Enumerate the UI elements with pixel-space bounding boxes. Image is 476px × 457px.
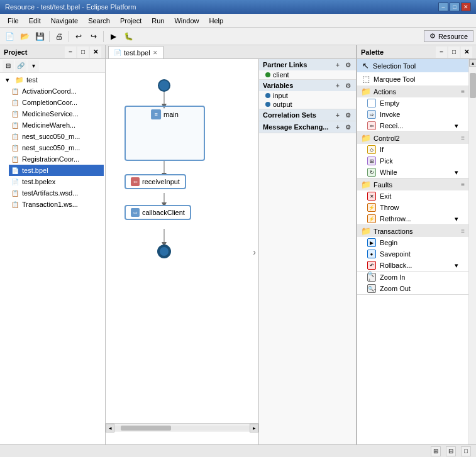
menu-run[interactable]: Run	[147, 16, 169, 26]
tree-item-transaction1[interactable]: 📋 Transaction1.ws...	[9, 199, 104, 210]
palette-item-rollback[interactable]: ↶ Rollback... ▾	[357, 260, 468, 271]
status-btn-2[interactable]: ⊟	[446, 446, 456, 456]
canvas-hscrollbar[interactable]: ◂ ▸	[106, 423, 258, 432]
message-exchanges-menu[interactable]: ⚙	[343, 123, 352, 131]
save-button[interactable]: 💾	[33, 30, 47, 43]
project-panel-close[interactable]: ✕	[90, 47, 101, 58]
undo-button[interactable]: ↩	[72, 30, 86, 43]
project-panel-minimize[interactable]: –	[65, 47, 76, 58]
status-btn-3[interactable]: □	[461, 446, 471, 456]
resource-perspective-button[interactable]: ⚙ Resource	[424, 30, 473, 42]
receive-input-box[interactable]: ⇦ receiveInput	[125, 174, 186, 189]
palette-maximize[interactable]: □	[448, 47, 460, 58]
minimize-button[interactable]: –	[438, 3, 448, 11]
palette-item-savepoint[interactable]: ● Savepoint	[357, 248, 468, 260]
tree-item-activation[interactable]: 📋 ActivationCoord...	[9, 85, 104, 97]
palette-item-zoom-in[interactable]: 🔍+ Zoom In	[357, 272, 468, 283]
editor-tab-testbpel[interactable]: 📄 test.bpel ✕	[108, 46, 163, 58]
main-scope[interactable]: ≡ main	[125, 106, 205, 161]
tree-item-root[interactable]: ▾ test	[1, 74, 104, 85]
menu-project[interactable]: Project	[115, 16, 147, 26]
status-btn-1[interactable]: ⊞	[431, 446, 441, 456]
variables-output[interactable]: output	[259, 100, 356, 109]
palette-item-zoom-out[interactable]: 🔍- Zoom Out	[357, 283, 468, 294]
tree-item-testartifacts[interactable]: 📋 testArtifacts.wsd...	[9, 187, 104, 199]
tree-item-nest2[interactable]: 📋 nest_succ050_m...	[9, 142, 104, 153]
project-panel-menu[interactable]: ▾	[28, 60, 39, 72]
hscroll-thumb[interactable]	[121, 426, 171, 431]
project-tree[interactable]: ▾ test 📋 ActivationCoord... 📋 Completion…	[0, 73, 105, 457]
variables-menu[interactable]: ⚙	[343, 81, 352, 90]
tree-item-medicineservice[interactable]: 📋 MedicineService...	[9, 108, 104, 119]
menu-file[interactable]: File	[3, 16, 24, 26]
palette-selection-tool[interactable]: ↖ Selection Tool	[357, 59, 468, 72]
receive-scroll-down[interactable]: ▾	[455, 122, 458, 130]
partner-links-add[interactable]: +	[333, 60, 342, 69]
palette-scroll-up[interactable]: ▴	[469, 59, 476, 67]
menu-window[interactable]: Window	[169, 16, 204, 26]
palette-item-pick[interactable]: ⊞ Pick	[357, 155, 468, 167]
palette-item-receive[interactable]: ⇦ Recei... ▾	[357, 120, 468, 131]
open-button[interactable]: 📂	[18, 30, 31, 43]
tree-item-testbpelex[interactable]: 📄 test.bpelex	[9, 176, 104, 187]
tree-item-medicinewareh[interactable]: 📋 MedicineWareh...	[9, 119, 104, 131]
new-button[interactable]: 📄	[3, 30, 16, 43]
callback-client-box[interactable]: ⇨ callbackClient	[125, 205, 191, 220]
palette-section-control2-header[interactable]: 📁 Control2 ≡	[357, 132, 468, 144]
project-panel-maximize[interactable]: □	[77, 47, 89, 58]
rollback-scroll-down[interactable]: ▾	[455, 262, 458, 270]
correlation-sets-menu[interactable]: ⚙	[343, 111, 352, 119]
variables-output-label: output	[273, 101, 292, 108]
palette-scroll-thumb[interactable]	[470, 73, 476, 98]
palette-item-throw[interactable]: ⚡ Throw	[357, 202, 468, 213]
palette-section-transactions-header[interactable]: 📁 Transactions ≡	[357, 225, 468, 237]
menu-search[interactable]: Search	[83, 16, 115, 26]
menu-navigate[interactable]: Navigate	[46, 16, 83, 26]
palette-scrollbar[interactable]: ▴ ▾	[468, 59, 476, 457]
run-button[interactable]: ▶	[106, 30, 120, 43]
menu-help[interactable]: Help	[204, 16, 229, 26]
palette-close[interactable]: ✕	[461, 47, 472, 58]
palette-item-invoke[interactable]: ⇨ Invoke	[357, 109, 468, 120]
message-exchanges-add[interactable]: +	[333, 123, 342, 131]
partner-links-client[interactable]: client	[259, 70, 356, 79]
palette-item-begin[interactable]: ▶ Begin	[357, 237, 468, 248]
variables-add[interactable]: +	[333, 81, 342, 90]
bpel-canvas[interactable]: ≡ main ⇦ receiveInput ⇨	[106, 59, 258, 444]
palette-scroll-track[interactable]	[469, 67, 476, 449]
palette-item-rethrow[interactable]: ⚡ Rethrow... ▾	[357, 213, 468, 224]
collapse-all-button[interactable]: ⊟	[3, 60, 14, 72]
palette-item-while[interactable]: ↻ While ▾	[357, 167, 468, 178]
variables-input[interactable]: input	[259, 91, 356, 100]
correlation-sets-add[interactable]: +	[333, 111, 342, 119]
hscroll-right-button[interactable]: ▸	[250, 424, 258, 432]
partner-links-buttons: + ⚙	[333, 60, 352, 69]
debug-button[interactable]: 🐛	[121, 30, 135, 43]
palette-marquee-tool[interactable]: ⬚ Marquee Tool	[357, 72, 468, 85]
palette-section-faults-header[interactable]: 📁 Faults ≡	[357, 179, 468, 190]
tree-item-completion[interactable]: 📋 CompletionCoor...	[9, 97, 104, 108]
palette-section-actions-header[interactable]: 📁 Actions ≡	[357, 85, 468, 97]
close-button[interactable]: ✕	[461, 3, 471, 11]
print-button[interactable]: 🖨	[52, 30, 66, 43]
menu-edit[interactable]: Edit	[24, 16, 46, 26]
maximize-button[interactable]: □	[450, 3, 460, 11]
tree-item-testbpel[interactable]: 📄 test.bpel	[9, 165, 104, 176]
receive-input-node[interactable]: ⇦ receiveInput	[125, 174, 186, 189]
expand-arrow[interactable]: ›	[253, 247, 256, 257]
partner-links-menu[interactable]: ⚙	[343, 60, 352, 69]
tree-item-nest1[interactable]: 📋 nest_succ050_m...	[9, 131, 104, 142]
hscroll-track[interactable]	[114, 426, 250, 431]
while-scroll-down[interactable]: ▾	[455, 168, 458, 177]
rethrow-scroll-down[interactable]: ▾	[455, 215, 458, 223]
editor-tab-close[interactable]: ✕	[153, 50, 158, 56]
redo-button[interactable]: ↪	[87, 30, 101, 43]
palette-item-exit[interactable]: ✕ Exit	[357, 190, 468, 202]
palette-minimize[interactable]: –	[436, 47, 447, 58]
tree-item-registration[interactable]: 📋 RegistrationCoor...	[9, 153, 104, 165]
palette-item-empty[interactable]: Empty	[357, 97, 468, 109]
callback-client-node[interactable]: ⇨ callbackClient	[125, 205, 191, 220]
palette-item-if[interactable]: ◇ If	[357, 144, 468, 155]
hscroll-left-button[interactable]: ◂	[106, 424, 114, 432]
link-with-editor-button[interactable]: 🔗	[15, 60, 26, 72]
